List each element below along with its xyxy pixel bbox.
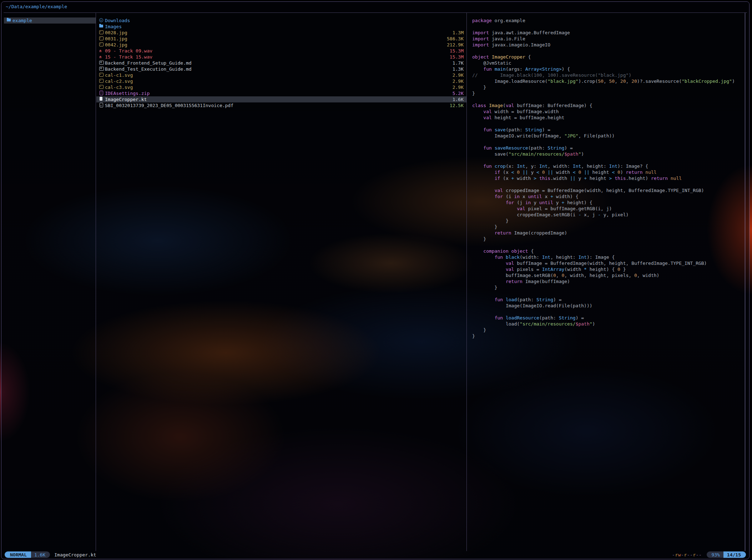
file-name: 0028.jpg: [105, 30, 450, 36]
code-line: buffImage.setRGB(0, 0, width, height, pi…: [472, 272, 745, 278]
file-row[interactable]: Images: [96, 24, 466, 30]
file-row[interactable]: 09 - Track 09.wav 15.3M: [96, 48, 466, 54]
file-name: cal-c3.svg: [105, 84, 450, 90]
file-row[interactable]: 0028.jpg 1.3M: [96, 30, 466, 36]
file-size: 1.6K: [453, 96, 464, 102]
file-row[interactable]: example: [4, 17, 96, 24]
file-name: cal-c2.svg: [105, 78, 450, 84]
file-size: 5.2K: [453, 90, 464, 96]
audio-icon: [99, 49, 105, 53]
code-line: Image.loadResource("black.jpg").crop(50,…: [472, 78, 745, 84]
code-line: }: [472, 84, 745, 90]
code-preview: package org.example import java.awt.imag…: [467, 13, 745, 339]
scroll-percent-badge: 93%: [707, 551, 723, 558]
code-line: }: [472, 224, 745, 230]
code-line: // Image.black(100, 100).saveResource("b…: [472, 72, 745, 78]
file-row[interactable]: Backend_Frontend_Setup_Guide.md 1.7K: [96, 60, 466, 66]
file-size-badge: 1.6K: [31, 551, 50, 558]
code-line: import javax.imageio.ImageIO: [472, 42, 745, 48]
file-size: 1.3M: [453, 30, 464, 36]
file-name: Downloads: [105, 17, 461, 24]
code-line: [472, 96, 745, 102]
code-line: val buffImage = BufferedImage(width, hei…: [472, 260, 745, 266]
code-line: [472, 242, 745, 248]
code-line: fun save(path: String) =: [472, 127, 745, 133]
file-name: 0031.jpg: [105, 36, 444, 42]
mode-badge: NORMAL: [5, 551, 31, 558]
parent-pane: example: [4, 13, 96, 551]
code-line: }: [472, 333, 745, 339]
code-line: val croppedImage = BufferedImage(width, …: [472, 187, 745, 193]
file-name: Backend_Frontend_Setup_Guide.md: [105, 60, 450, 66]
file-size: 2.9K: [453, 78, 464, 84]
cursor-position-badge: 14/15: [723, 551, 746, 558]
download-icon: [99, 18, 105, 23]
code-line: fun black(width: Int, height: Int): Imag…: [472, 254, 745, 260]
code-line: fun crop(x: Int, y: Int, width: Int, hei…: [472, 163, 745, 169]
code-line: croppedImage.setRGB(i - x, j - y, pixel): [472, 212, 745, 218]
file-size: 212.9K: [447, 42, 464, 48]
pdf-icon: [99, 103, 105, 108]
file-row[interactable]: 0031.jpg 586.3K: [96, 36, 466, 42]
code-line: import java.io.File: [472, 36, 745, 42]
image-icon: [99, 79, 105, 84]
code-line: if (x < 0 || y < 0 || width < 0 || heigh…: [472, 169, 745, 175]
code-line: if (x + width > this.width || y + height…: [472, 175, 745, 181]
file-name: cal-c1.svg: [105, 72, 450, 78]
code-line: fun load(path: String) =: [472, 297, 745, 303]
file-row[interactable]: cal-c2.svg 2.9K: [96, 78, 466, 84]
file-size: 15.3M: [450, 48, 464, 54]
code-line: return Image(croppedImage): [472, 230, 745, 236]
code-line: val pixels = IntArray(width * height) { …: [472, 266, 745, 272]
preview-scrollbar[interactable]: [745, 13, 745, 551]
file-row[interactable]: cal-c3.svg 2.9K: [96, 84, 466, 90]
file-row[interactable]: cal-c1.svg 2.9K: [96, 72, 466, 78]
code-line: [472, 48, 745, 54]
markdown-icon: [99, 61, 105, 65]
code-line: ImageIO.write(buffImage, "JPG", File(pat…: [472, 133, 745, 139]
file-name: 0042.jpg: [105, 42, 444, 48]
file-name: example: [12, 17, 90, 24]
code-line: for (i in x until x + width) {: [472, 193, 745, 200]
file-row[interactable]: SBI_0032013739_2023_DE05_0003155631Invoi…: [96, 102, 466, 109]
code-line: val height = buffImage.height: [472, 115, 745, 121]
file-size: 15.3M: [450, 54, 464, 60]
code-line: object ImageCropper {: [472, 54, 745, 60]
image-icon: [99, 85, 105, 90]
preview-pane: package org.example import java.awt.imag…: [467, 13, 745, 551]
code-line: }: [472, 327, 745, 333]
file-row[interactable]: ImageCropper.kt 1.6K: [96, 96, 466, 102]
audio-icon: [99, 55, 105, 59]
code-line: [472, 157, 745, 163]
code-line: @JvmStatic: [472, 60, 745, 66]
current-pane: Downloads Images 0028.jpg 1.3M 0031.jpg …: [96, 13, 466, 551]
file-name: IDEAsettings.zip: [105, 90, 450, 96]
markdown-icon: [99, 67, 105, 71]
image-icon: [99, 73, 105, 77]
status-bar: NORMAL1.6K ImageCropper.kt -rw-r--r-- 93…: [1, 551, 749, 558]
code-line: [472, 309, 745, 315]
file-row[interactable]: 0042.jpg 212.9K: [96, 42, 466, 48]
code-line: [472, 291, 745, 297]
code-line: }: [472, 236, 745, 242]
zip-icon: [99, 91, 105, 96]
code-line: fun saveResource(path: String) =: [472, 145, 745, 151]
image-icon: [99, 42, 105, 47]
file-size: 2.9K: [453, 84, 464, 90]
file-row[interactable]: IDEAsettings.zip 5.2K: [96, 90, 466, 96]
code-line: }: [472, 218, 745, 224]
file-row[interactable]: 15 - Track 15.wav 15.3M: [96, 54, 466, 60]
file-name: Images: [105, 24, 461, 30]
file-permissions: -rw-r--r--: [672, 552, 702, 558]
file-row[interactable]: Backend_Test_Execution_Guide.md 1.3K: [96, 66, 466, 72]
code-line: load("src/main/resources/$path"): [472, 321, 745, 327]
code-line: val pixel = buffImage.getRGB(i, j): [472, 206, 745, 212]
desktop: ~/Data/example/example example Downloads…: [0, 0, 752, 560]
file-size: 1.3K: [453, 66, 464, 72]
image-icon: [99, 36, 105, 41]
file-size: 12.5K: [450, 102, 464, 109]
code-line: [472, 121, 745, 127]
code-line: fun main(args: Array<String>) {: [472, 66, 745, 72]
file-row[interactable]: Downloads: [96, 17, 466, 24]
code-line: package org.example: [472, 17, 745, 24]
